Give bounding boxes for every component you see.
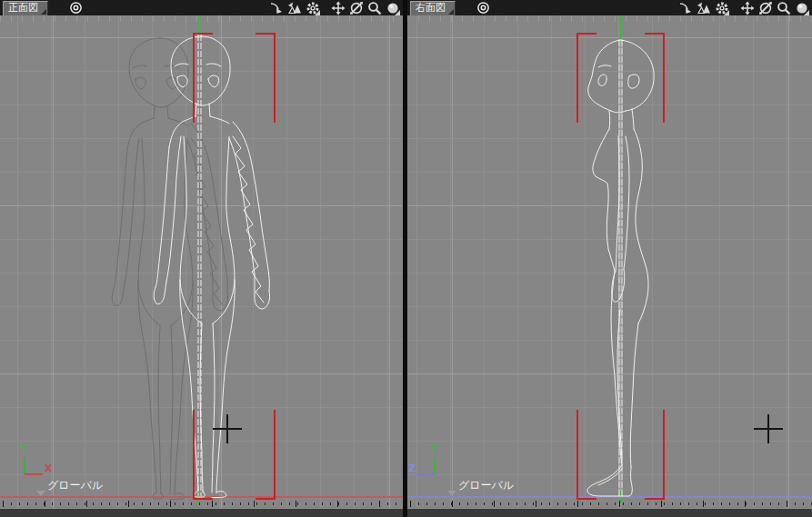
y-axis-gizmo-line — [434, 457, 436, 474]
capture-bracket-top-left — [193, 33, 213, 123]
view-title-dropdown[interactable]: 右面図 — [410, 1, 456, 16]
x-axis-gizmo-line — [25, 473, 43, 475]
display-mode-sphere-icon[interactable] — [794, 1, 809, 15]
z-axis-gizmo-line — [416, 473, 435, 475]
center-axis-line-top — [197, 15, 199, 35]
y-axis-label: Y — [430, 442, 437, 453]
dropdown-corner-icon — [448, 9, 454, 15]
app-window: 正面図 — [0, 0, 812, 517]
focus-target-icon[interactable] — [68, 1, 83, 15]
orbit-view-icon[interactable] — [348, 1, 364, 15]
bottom-ruler-ticks — [407, 501, 812, 507]
dropdown-corner-icon — [315, 10, 320, 15]
coordinate-system-label[interactable]: グローバル — [458, 478, 514, 493]
capture-bracket-bottom-left — [576, 410, 596, 500]
crosshair-cursor — [226, 414, 228, 443]
capture-bracket-top-left — [576, 33, 596, 123]
capture-bracket-top-right — [645, 33, 665, 123]
zoom-view-icon[interactable] — [776, 1, 791, 15]
rotate-view-icon[interactable] — [677, 1, 693, 15]
view-settings-gear-icon[interactable] — [714, 1, 729, 15]
coordinate-marker-icon — [36, 491, 45, 501]
side-view-figure — [407, 15, 812, 509]
viewport-front: 正面図 — [0, 0, 403, 517]
rotate-view-icon[interactable] — [268, 1, 284, 15]
top-ruler-ticks — [407, 15, 812, 22]
viewport-toolbar — [268, 1, 400, 15]
coordinate-system-label[interactable]: グローバル — [47, 478, 103, 493]
y-axis-gizmo-line — [24, 457, 25, 474]
y-axis-label: Y — [20, 442, 27, 453]
ground-axis-line — [407, 496, 812, 498]
bottom-ruler-ticks — [0, 501, 403, 507]
pan-view-icon[interactable] — [330, 1, 346, 15]
capture-bracket-bottom-left — [193, 410, 213, 500]
dropdown-corner-icon — [804, 10, 809, 15]
display-mode-sphere-icon[interactable] — [385, 1, 400, 15]
focus-target-icon[interactable] — [476, 1, 490, 15]
capture-bracket-bottom-right — [645, 410, 665, 500]
viewport-toolbar — [677, 1, 809, 15]
scale-view-icon[interactable] — [696, 1, 711, 15]
viewport-front-header: 正面図 — [0, 0, 403, 15]
top-ruler-ticks — [0, 15, 403, 22]
view-settings-gear-icon[interactable] — [305, 1, 320, 15]
capture-bracket-top-right — [256, 33, 276, 123]
orbit-view-icon[interactable] — [757, 1, 773, 15]
dropdown-corner-icon — [41, 9, 46, 15]
capture-bracket-bottom-right — [256, 410, 276, 500]
center-axis-line-top — [619, 15, 621, 40]
pan-view-icon[interactable] — [739, 1, 755, 15]
bottom-strip — [407, 509, 812, 517]
x-axis-label: X — [45, 462, 52, 474]
view-title: 右面図 — [416, 2, 446, 14]
viewport-canvas-front[interactable]: Y X グローバル — [0, 15, 403, 509]
viewport-side-header: 右面図 — [407, 0, 812, 15]
zoom-view-icon[interactable] — [366, 1, 382, 15]
crosshair-cursor — [767, 414, 769, 443]
dropdown-corner-icon — [724, 10, 729, 15]
coordinate-marker-icon — [447, 491, 456, 501]
view-title-dropdown[interactable]: 正面図 — [3, 1, 48, 16]
scale-view-icon[interactable] — [286, 1, 302, 15]
dropdown-corner-icon — [395, 10, 400, 15]
viewport-canvas-side[interactable]: Y Z グローバル — [407, 15, 812, 509]
z-axis-label: Z — [408, 462, 416, 474]
view-title: 正面図 — [8, 2, 38, 14]
viewport-side: 右面図 — [407, 0, 812, 517]
bottom-strip — [0, 509, 403, 517]
